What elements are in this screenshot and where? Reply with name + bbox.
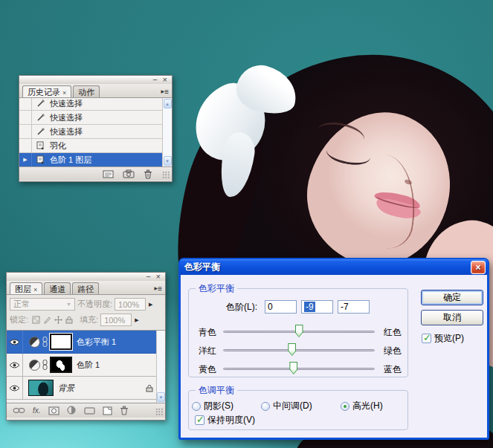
panel-menu-icon[interactable]: ▶≡ (155, 284, 162, 293)
quick-select-icon (32, 127, 48, 137)
lock-label: 锁定: (10, 314, 28, 325)
tab-close-icon[interactable]: × (62, 89, 66, 97)
history-panel-toolbar (19, 167, 172, 181)
layer-name[interactable]: 背景 (58, 383, 74, 394)
checkbox-checked-icon[interactable] (195, 415, 204, 425)
lock-transparency-icon[interactable] (32, 316, 40, 324)
slider-track[interactable] (223, 368, 375, 370)
level-input-3[interactable]: -7 (338, 300, 370, 314)
scroll-down-icon[interactable]: ▼ (164, 156, 172, 166)
tab-actions[interactable]: 动作 (73, 85, 100, 97)
scroll-down-icon[interactable]: ▼ (157, 392, 165, 402)
layer-thumbnail[interactable] (28, 380, 54, 396)
delete-layer-trash-icon[interactable] (120, 406, 129, 415)
highlights-radio[interactable]: 高光(H) (341, 400, 383, 412)
radio-selected-icon[interactable] (341, 402, 349, 411)
green-label: 绿色 (384, 345, 402, 357)
layer-mask-thumbnail[interactable] (50, 357, 72, 373)
fill-value-field[interactable]: 100% (100, 314, 132, 326)
scroll-up-icon[interactable]: ▲ (164, 99, 172, 108)
history-source-well[interactable] (19, 139, 32, 152)
dialog-titlebar[interactable]: 色彩平衡 × (180, 259, 488, 275)
close-icon[interactable]: × (471, 261, 486, 274)
opacity-spinner-icon[interactable]: ▶ (149, 302, 152, 308)
panel-menu-icon[interactable]: ▶≡ (161, 87, 169, 96)
ok-button[interactable]: 确定 (421, 290, 483, 305)
tab-channels[interactable]: 通道 (44, 282, 71, 294)
magenta-green-slider-thumb[interactable] (288, 343, 296, 356)
preview-checkbox[interactable]: 预览(P) (422, 332, 464, 345)
history-source-well[interactable] (19, 111, 32, 124)
visibility-eye-icon[interactable] (7, 331, 23, 353)
slider-track[interactable] (223, 349, 375, 351)
midtones-radio-label: 中间调(D) (273, 400, 312, 412)
delete-trash-icon[interactable] (144, 169, 152, 179)
lock-move-icon[interactable] (54, 316, 62, 324)
layer-row-color-balance[interactable]: 色彩平衡 1 (7, 331, 165, 354)
yellow-blue-slider-thumb[interactable] (289, 362, 297, 374)
blue-label: 蓝色 (384, 363, 402, 376)
layer-row-background[interactable]: 背景 (7, 377, 165, 400)
group-label: 色调平衡 (196, 385, 237, 395)
resize-grip[interactable] (162, 171, 170, 179)
mask-link-icon[interactable] (42, 337, 48, 347)
opacity-value-field[interactable]: 100% (115, 298, 146, 311)
tab-paths[interactable]: 路径 (72, 282, 99, 294)
blend-mode-select[interactable]: 正常 ▼ (10, 298, 75, 311)
layer-name[interactable]: 色阶 1 (77, 360, 100, 371)
midtones-radio[interactable]: 中间调(D) (261, 400, 312, 412)
layer-row-levels[interactable]: 色阶 1 (7, 354, 165, 377)
group-label: 色彩平衡 (196, 283, 237, 293)
tab-layers[interactable]: 图层× (10, 282, 42, 294)
lock-all-icon[interactable] (65, 316, 73, 324)
preserve-luminosity-label: 保持明度(V) (207, 414, 255, 426)
fill-spinner-icon[interactable]: ▶ (135, 317, 138, 323)
history-source-well[interactable]: ▶ (19, 153, 32, 166)
history-item[interactable]: 羽化 (19, 139, 172, 153)
history-item[interactable]: 快速选择 (19, 125, 172, 139)
resize-grip[interactable] (155, 408, 164, 416)
tab-close-icon[interactable]: × (33, 286, 37, 293)
layers-scrollbar[interactable]: ▼ (156, 331, 165, 403)
link-layers-icon[interactable] (13, 407, 25, 414)
history-item[interactable]: 快速选择 (19, 98, 172, 111)
visibility-eye-icon[interactable] (7, 354, 23, 376)
new-group-icon[interactable] (84, 406, 95, 415)
new-layer-icon[interactable] (103, 406, 112, 415)
mask-link-icon[interactable] (42, 360, 48, 370)
layer-name[interactable]: 色彩平衡 1 (77, 337, 116, 348)
cancel-button[interactable]: 取消 (421, 310, 483, 325)
new-adjustment-layer-icon[interactable] (67, 406, 77, 415)
cyan-red-slider-thumb[interactable] (295, 325, 303, 337)
history-item[interactable]: 快速选择 (19, 111, 172, 125)
close-icon[interactable]: × (163, 77, 167, 83)
add-layer-mask-icon[interactable] (48, 406, 59, 415)
history-panel-tabs: 历史记录× 动作 ▶≡ (19, 84, 172, 98)
lock-paint-brush-icon[interactable] (43, 316, 51, 324)
preserve-luminosity-checkbox[interactable]: 保持明度(V) (195, 414, 255, 426)
preview-label: 预览(P) (434, 332, 464, 345)
history-panel-titlebar: − × (19, 76, 172, 84)
history-scrollbar[interactable]: ▲ ▼ (162, 98, 172, 166)
radio-icon[interactable] (192, 402, 201, 411)
minimize-icon[interactable]: − (152, 77, 157, 83)
radio-icon[interactable] (261, 402, 270, 411)
layer-style-fx-icon[interactable]: fx. (33, 406, 41, 415)
new-document-from-state-icon[interactable] (103, 170, 114, 178)
minimize-icon[interactable]: − (146, 273, 150, 280)
history-source-well[interactable] (19, 125, 32, 138)
layer-mask-thumbnail[interactable] (50, 334, 72, 350)
checkbox-checked-icon[interactable] (422, 334, 431, 343)
tab-history[interactable]: 历史记录× (22, 85, 71, 97)
visibility-eye-icon[interactable] (7, 377, 23, 399)
level-input-1[interactable]: 0 (265, 300, 297, 314)
close-icon[interactable]: × (156, 273, 161, 280)
history-item-label: 羽化 (48, 140, 66, 152)
level-input-2[interactable]: -9 (301, 300, 333, 314)
magenta-green-slider-row: 洋红 绿色 (189, 343, 407, 357)
history-source-well[interactable] (19, 98, 32, 110)
new-snapshot-camera-icon[interactable] (123, 169, 135, 178)
shadows-radio[interactable]: 阴影(S) (192, 400, 233, 412)
current-state-marker-icon: ▶ (23, 157, 27, 163)
history-item-selected[interactable]: ▶ 色阶 1 图层 (19, 153, 172, 167)
